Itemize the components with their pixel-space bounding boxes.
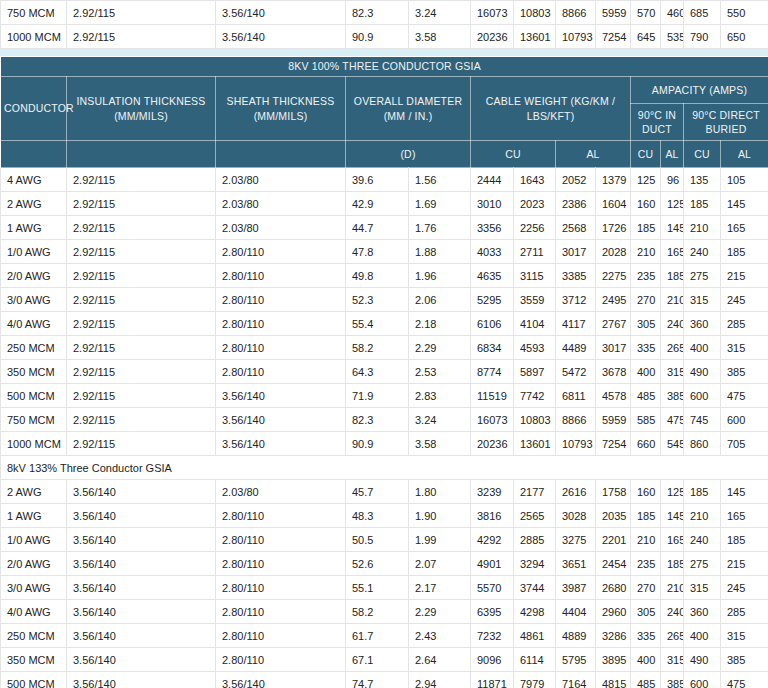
- table-cell: 2177: [514, 480, 556, 504]
- table-cell: 3.56/140: [216, 408, 346, 432]
- table-cell: 400: [684, 336, 721, 360]
- col-header-conductor: CONDUCTOR: [1, 77, 67, 141]
- table-cell: 3.58: [409, 25, 471, 49]
- table-cell: 3275: [556, 528, 596, 552]
- table-cell: 2.92/115: [67, 264, 216, 288]
- table-cell: 45.7: [346, 480, 409, 504]
- table-cell: 2711: [514, 240, 556, 264]
- table-cell: 265: [661, 624, 684, 648]
- conductor-cell: 1000 MCM: [1, 25, 67, 49]
- table-cell: 305: [631, 312, 661, 336]
- table-cell: 210: [631, 240, 661, 264]
- table-cell: 660: [631, 432, 661, 456]
- table-cell: 790: [684, 25, 721, 49]
- table-cell: 82.3: [346, 408, 409, 432]
- table-cell: 475: [721, 672, 768, 688]
- table-row: 250 MCM3.56/1402.80/11061.72.43723248614…: [1, 624, 768, 648]
- table-cell: 20236: [471, 432, 514, 456]
- table-cell: 315: [684, 288, 721, 312]
- table-cell: 2.03/80: [216, 480, 346, 504]
- table-cell: 4578: [596, 384, 631, 408]
- table-cell: 1643: [514, 168, 556, 192]
- table-cell: 1758: [596, 480, 631, 504]
- table-cell: 3017: [596, 336, 631, 360]
- table-cell: 2.92/115: [67, 168, 216, 192]
- table-cell: 50.5: [346, 528, 409, 552]
- table-cell: 5795: [556, 648, 596, 672]
- table-cell: 2.80/110: [216, 648, 346, 672]
- table-cell: 2.03/80: [216, 168, 346, 192]
- table-header: 8KV 100% THREE CONDUCTOR GSIA CONDUCTOR …: [1, 57, 768, 168]
- table-row: 2/0 AWG2.92/1152.80/11049.81.96463531153…: [1, 264, 768, 288]
- table-cell: 3286: [596, 624, 631, 648]
- table-cell: 535: [661, 25, 684, 49]
- table-cell: 2256: [514, 216, 556, 240]
- conductor-cell: 250 MCM: [1, 624, 67, 648]
- table-cell: 2.92/115: [67, 192, 216, 216]
- subheader-buried-al: AL: [721, 141, 768, 168]
- table-cell: 44.7: [346, 216, 409, 240]
- empty-header-cell: [1, 141, 67, 168]
- table-cell: 1.76: [409, 216, 471, 240]
- table-cell: 10793: [556, 25, 596, 49]
- table-cell: 545: [661, 432, 684, 456]
- table-cell: 2.80/110: [216, 336, 346, 360]
- table-cell: 210: [661, 576, 684, 600]
- table-cell: 9096: [471, 648, 514, 672]
- table-cell: 6834: [471, 336, 514, 360]
- table-cell: 135: [684, 168, 721, 192]
- table-cell: 2565: [514, 504, 556, 528]
- table-cell: 2.92/115: [67, 384, 216, 408]
- table-cell: 165: [661, 528, 684, 552]
- table-cell: 2.92/115: [67, 25, 216, 49]
- table-cell: 3.24: [409, 408, 471, 432]
- table-cell: 20236: [471, 25, 514, 49]
- table-cell: 235: [631, 552, 661, 576]
- table-cell: 74.7: [346, 672, 409, 688]
- table-cell: 145: [721, 192, 768, 216]
- table-cell: 460: [661, 1, 684, 25]
- table-row: 1/0 AWG2.92/1152.80/11047.81.88403327113…: [1, 240, 768, 264]
- table-cell: 1.88: [409, 240, 471, 264]
- table-cell: 58.2: [346, 600, 409, 624]
- table-cell: 3239: [471, 480, 514, 504]
- table-body-8kv-133: 2 AWG3.56/1402.03/8045.71.80323921772616…: [1, 480, 768, 688]
- table-row: 500 MCM2.92/1153.56/14071.92.83115197742…: [1, 384, 768, 408]
- table-cell: 275: [684, 264, 721, 288]
- table-cell: 5570: [471, 576, 514, 600]
- table-cell: 745: [684, 408, 721, 432]
- conductor-cell: 750 MCM: [1, 408, 67, 432]
- table-cell: 2.18: [409, 312, 471, 336]
- table-cell: 3651: [556, 552, 596, 576]
- empty-header-cell: [67, 141, 216, 168]
- table-cell: 2.80/110: [216, 312, 346, 336]
- table-row: 350 MCM2.92/1152.80/11064.32.53877458975…: [1, 360, 768, 384]
- table-cell: 3028: [556, 504, 596, 528]
- table-title-row: 8KV 100% THREE CONDUCTOR GSIA: [1, 57, 768, 77]
- conductor-cell: 750 MCM: [1, 1, 67, 25]
- table-cell: 11871: [471, 672, 514, 688]
- table-cell: 240: [661, 600, 684, 624]
- table-cell: 240: [661, 312, 684, 336]
- table-cell: 6106: [471, 312, 514, 336]
- table-row: 750 MCM2.92/1153.56/14082.33.24160731080…: [1, 1, 768, 25]
- cable-spec-table-previous-partial: 750 MCM2.92/1153.56/14082.33.24160731080…: [0, 0, 768, 49]
- table-cell: 360: [684, 600, 721, 624]
- table-cell: 16073: [471, 408, 514, 432]
- table-cell: 7164: [556, 672, 596, 688]
- table-cell: 485: [631, 672, 661, 688]
- conductor-cell: 4 AWG: [1, 168, 67, 192]
- conductor-cell: 1/0 AWG: [1, 528, 67, 552]
- table-cell: 13601: [514, 25, 556, 49]
- table-cell: 6114: [514, 648, 556, 672]
- table-cell: 145: [721, 480, 768, 504]
- table-cell: 6395: [471, 600, 514, 624]
- table-cell: 570: [631, 1, 661, 25]
- table-cell: 2.92/115: [67, 408, 216, 432]
- table-cell: 3559: [514, 288, 556, 312]
- table-cell: 2495: [596, 288, 631, 312]
- conductor-cell: 500 MCM: [1, 672, 67, 688]
- table-cell: 2.80/110: [216, 552, 346, 576]
- table-cell: 4635: [471, 264, 514, 288]
- col-header-90c-direct-buried: 90°C DIRECT BURIED: [684, 104, 768, 141]
